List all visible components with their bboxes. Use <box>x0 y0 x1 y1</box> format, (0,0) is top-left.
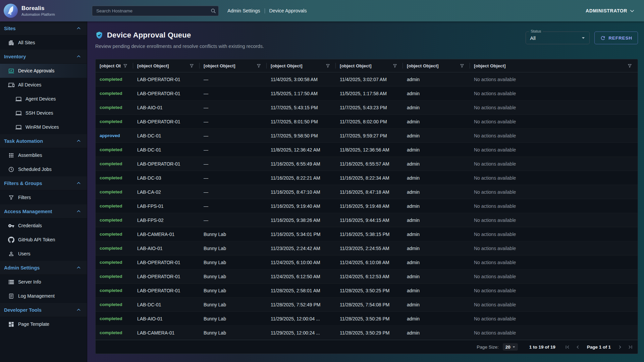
table-row[interactable]: completed LAB-DC-01 Bunny Lab 11/28/2025… <box>96 298 638 312</box>
sidebar-item[interactable]: All Sites <box>0 36 87 50</box>
title-block: Device Approval Queue Review pending dev… <box>95 30 264 49</box>
column-header[interactable]: [object Object] <box>336 59 403 72</box>
breadcrumb-item: Admin Settings <box>227 8 260 13</box>
approved-by-cell: admin <box>403 203 470 209</box>
sidebar-item-label: Device Approvals <box>18 68 54 73</box>
sidebar-section-header[interactable]: Access Management <box>0 204 87 219</box>
sidebar-item-label: Agent Devices <box>25 96 56 102</box>
filter-icon[interactable] <box>189 63 194 68</box>
page-subtitle: Review pending device enrollments and re… <box>95 44 264 49</box>
key-icon <box>8 223 14 229</box>
filter-icon[interactable] <box>460 63 465 68</box>
sidebar-item[interactable]: Log Management <box>0 289 87 303</box>
filter-icon[interactable] <box>325 63 330 68</box>
last-page-icon[interactable] <box>627 344 634 350</box>
table-row[interactable]: completed LAB-OPERATOR-01 Bunny Lab 11/2… <box>96 284 638 298</box>
enrollment-date-cell: 11/16/2025, 9:38:26 AM <box>267 218 336 223</box>
table-row[interactable]: completed LAB-DC-01 — 11/8/2025, 12:36:4… <box>96 143 638 157</box>
column-header[interactable]: [object Object] <box>200 59 267 72</box>
table-row[interactable]: completed LAB-CAMERA-01 Bunny Lab 11/16/… <box>96 227 638 241</box>
table-row[interactable]: completed LAB-OPERATOR-01 — 11/16/2025, … <box>96 157 638 171</box>
table-row[interactable]: completed LAB-CAMERA-01 Bunny Lab 11/29/… <box>96 326 638 340</box>
column-header[interactable]: [object Object] <box>96 59 133 72</box>
sidebar-item[interactable]: SSH Devices <box>0 106 87 120</box>
hostname-cell: LAB-DC-01 <box>133 147 200 153</box>
column-header[interactable]: [object Object] <box>470 59 638 72</box>
site-cell: — <box>200 77 267 82</box>
sidebar-section-header[interactable]: Filters & Groups <box>0 176 87 190</box>
hostname-cell: LAB-CA-02 <box>133 189 200 195</box>
actions-cell: No actions available <box>470 316 638 321</box>
chevron-right-icon[interactable] <box>617 344 623 350</box>
table-row[interactable]: completed LAB-AIO-01 Bunny Lab 11/23/202… <box>96 241 638 255</box>
table-row[interactable]: completed LAB-OPERATOR-01 — 11/5/2025, 1… <box>96 86 638 101</box>
table-row[interactable]: completed LAB-FPS-02 — 11/16/2025, 9:38:… <box>96 213 638 227</box>
enrollment-date-cell: 11/28/2025, 7:52:49 PM <box>267 302 336 307</box>
sidebar-section-header[interactable]: Admin Settings <box>0 261 87 275</box>
sidebar-item[interactable]: Credentials <box>0 219 87 233</box>
table-row[interactable]: completed LAB-OPERATOR-01 — 11/7/2025, 8… <box>96 115 638 129</box>
sidebar-item[interactable]: WinRM Devices <box>0 120 87 134</box>
site-cell: Bunny Lab <box>200 246 267 251</box>
sidebar-section-header[interactable]: Developer Tools <box>0 303 87 317</box>
filter-icon[interactable] <box>392 63 397 68</box>
hostname-cell: LAB-AIO-01 <box>133 105 200 110</box>
refresh-button[interactable]: REFRESH <box>594 32 638 44</box>
sidebar-item[interactable]: GitHub API Token <box>0 233 87 247</box>
column-header[interactable]: [object Object] <box>133 59 200 72</box>
sidebar-section-header[interactable]: Sites <box>0 21 87 36</box>
sidebar-item[interactable]: All Devices <box>0 78 87 92</box>
first-page-icon[interactable] <box>564 344 571 350</box>
column-header-label: [object Object] <box>340 63 372 68</box>
sidebar-item[interactable]: Filters <box>0 190 87 204</box>
table-row[interactable]: completed LAB-AIO-01 Bunny Lab 11/29/202… <box>96 312 638 326</box>
sidebar-item[interactable]: Assemblies <box>0 148 87 162</box>
sidebar-item[interactable]: Device Approvals <box>0 64 87 78</box>
table-row[interactable]: completed LAB-OPERATOR-01 Bunny Lab 11/2… <box>96 255 638 269</box>
sidebar-item[interactable]: Agent Devices <box>0 92 87 106</box>
sidebar-section-header[interactable]: Inventory <box>0 50 87 64</box>
breadcrumb-link[interactable]: Device Approvals <box>269 8 307 13</box>
approval-date-cell: 11/7/2025, 9:59:27 PM <box>336 133 403 138</box>
sidebar-section-header[interactable]: Task Automation <box>0 134 87 148</box>
page-head: Device Approval Queue Review pending dev… <box>95 21 638 49</box>
table-row[interactable]: completed LAB-FPS-01 — 11/16/2025, 9:19:… <box>96 199 638 213</box>
laptop-icon <box>15 124 22 130</box>
hostname-cell: LAB-FPS-02 <box>133 218 200 223</box>
table-row[interactable]: approved LAB-DC-01 — 11/7/2025, 9:58:50 … <box>96 129 638 143</box>
enrollment-date-cell: 11/16/2025, 8:22:21 AM <box>267 175 336 181</box>
filter-icon[interactable] <box>256 63 261 68</box>
sidebar-item[interactable]: Users <box>0 247 87 261</box>
sidebar-item[interactable]: Scheduled Jobs <box>0 162 87 176</box>
approval-date-cell: 11/7/2025, 8:02:00 PM <box>336 119 403 124</box>
column-header[interactable]: [object Object] <box>267 59 336 72</box>
column-header[interactable]: [object Object] <box>403 59 470 72</box>
breadcrumb-link[interactable]: Admin Settings <box>227 8 260 13</box>
hostname-cell: LAB-OPERATOR-01 <box>133 91 200 96</box>
table-row[interactable]: completed LAB-CA-02 — 11/16/2025, 8:47:1… <box>96 185 638 199</box>
table-row[interactable]: completed LAB-DC-03 — 11/16/2025, 8:22:2… <box>96 171 638 185</box>
sidebar-item[interactable]: Page Template <box>0 317 87 331</box>
table-row[interactable]: completed LAB-OPERATOR-01 — 11/4/2025, 3… <box>96 72 638 86</box>
sidebar-item-label: GitHub API Token <box>18 237 55 242</box>
chevron-left-icon[interactable] <box>575 344 581 350</box>
filter-icon[interactable] <box>627 63 632 68</box>
brand-text: Borealis Automation Platform <box>21 5 55 16</box>
table-row[interactable]: completed LAB-AIO-01 — 11/7/2025, 5:43:1… <box>96 101 638 115</box>
approval-date-cell: 11/24/2025, 6:12:53 AM <box>336 274 403 279</box>
status-filter-select[interactable]: Status All <box>526 32 590 44</box>
table-row[interactable]: completed LAB-OPERATOR-01 Bunny Lab 11/2… <box>96 269 638 284</box>
page-size-select[interactable]: 20 <box>503 343 518 351</box>
hostname-cell: LAB-CAMERA-01 <box>133 232 200 237</box>
brand-subtitle: Automation Platform <box>21 12 55 16</box>
sidebar-item[interactable]: Server Info <box>0 275 87 289</box>
refresh-label: REFRESH <box>608 36 632 41</box>
sidebar-item-label: All Sites <box>18 40 35 45</box>
clock-icon <box>8 166 14 173</box>
brand[interactable]: Borealis Automation Platform <box>0 3 87 18</box>
status-filter-value: All <box>530 35 536 41</box>
filter-icon[interactable] <box>123 63 128 68</box>
hostname-cell: LAB-OPERATOR-01 <box>133 119 200 124</box>
search-input[interactable] <box>92 6 219 16</box>
user-menu[interactable]: ADMINISTRATOR <box>586 8 635 14</box>
